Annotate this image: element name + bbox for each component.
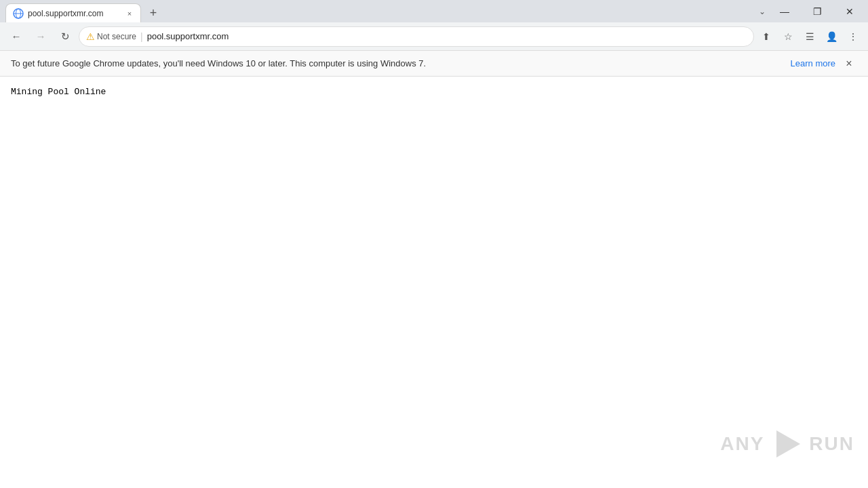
back-button[interactable]: ←	[5, 26, 27, 47]
notification-close-button[interactable]: ×	[841, 56, 857, 72]
watermark-sub: RUN	[809, 433, 854, 455]
reading-mode-button[interactable]: ☰	[800, 27, 819, 46]
tab-title: pool.supportxmr.com	[28, 9, 120, 18]
notification-text: To get future Google Chrome updates, you…	[11, 58, 783, 68]
share-button[interactable]: ⬆	[757, 27, 776, 46]
new-tab-button[interactable]: +	[144, 3, 163, 22]
close-window-button[interactable]: ✕	[834, 0, 865, 22]
tab-favicon	[13, 8, 24, 19]
page-main-text: Mining Pool Online	[11, 87, 106, 97]
security-badge: ⚠ Not secure	[86, 31, 136, 42]
minimize-button[interactable]: —	[769, 0, 800, 22]
learn-more-link[interactable]: Learn more	[791, 58, 835, 68]
page-content: Mining Pool Online ANY RUN	[0, 77, 868, 488]
url-display: pool.supportxmr.com	[147, 31, 747, 41]
profile-button[interactable]: 👤	[822, 27, 841, 46]
browser-window: pool.supportxmr.com × + ⌄ — ❐ ✕ ← → ↻ ⚠ …	[0, 0, 868, 488]
refresh-button[interactable]: ↻	[54, 26, 76, 47]
bookmark-button[interactable]: ☆	[778, 27, 797, 46]
watermark-icon	[770, 427, 804, 461]
address-bar: ← → ↻ ⚠ Not secure | pool.supportxmr.com…	[0, 22, 868, 51]
url-divider: |	[140, 31, 143, 42]
forward-button[interactable]: →	[30, 26, 52, 47]
not-secure-icon: ⚠	[86, 31, 95, 42]
watermark: ANY RUN	[720, 427, 854, 461]
notification-bar: To get future Google Chrome updates, you…	[0, 51, 868, 77]
tab-strip: pool.supportxmr.com × +	[0, 0, 380, 22]
menu-button[interactable]: ⋮	[844, 27, 863, 46]
address-box[interactable]: ⚠ Not secure | pool.supportxmr.com	[79, 26, 754, 47]
active-tab[interactable]: pool.supportxmr.com ×	[5, 3, 141, 22]
watermark-text: ANY	[720, 433, 764, 455]
maximize-button[interactable]: ❐	[802, 0, 833, 22]
window-controls: — ❐ ✕	[769, 0, 868, 22]
tab-close-button[interactable]: ×	[124, 8, 135, 19]
svg-marker-3	[776, 430, 800, 458]
tab-scroll-button[interactable]: ⌄	[755, 0, 769, 22]
title-bar: pool.supportxmr.com × + ⌄ — ❐ ✕	[0, 0, 868, 22]
security-label: Not secure	[97, 32, 136, 41]
